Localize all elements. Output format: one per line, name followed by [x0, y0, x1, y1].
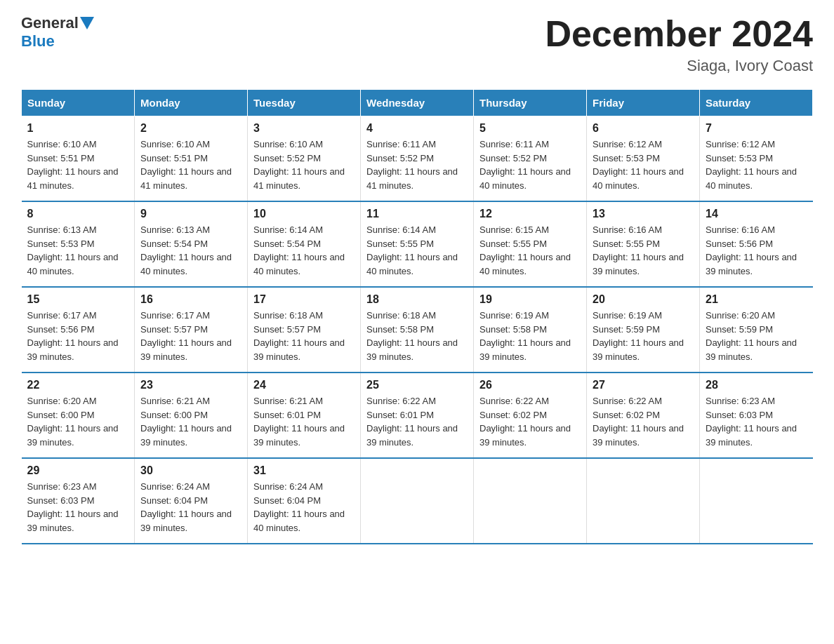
sunset-label: Sunset: 6:03 PM [706, 410, 773, 420]
day-of-week-header: Sunday [22, 90, 135, 116]
sunrise-label: Sunrise: 6:17 AM [27, 310, 97, 321]
daylight-label: Daylight: 11 hours and 39 minutes. [27, 337, 119, 362]
day-number: 14 [706, 208, 807, 220]
calendar-cell: 6 Sunrise: 6:12 AM Sunset: 5:53 PM Dayli… [587, 116, 700, 202]
day-info: Sunrise: 6:22 AM Sunset: 6:01 PM Dayligh… [366, 394, 468, 449]
calendar-cell: 23 Sunrise: 6:21 AM Sunset: 6:00 PM Dayl… [135, 373, 248, 458]
sunset-label: Sunset: 5:55 PM [479, 239, 547, 249]
calendar-cell: 24 Sunrise: 6:21 AM Sunset: 6:01 PM Dayl… [248, 373, 361, 458]
daylight-label: Daylight: 11 hours and 39 minutes. [27, 423, 119, 448]
day-number: 16 [140, 293, 241, 306]
sunset-label: Sunset: 5:57 PM [253, 324, 321, 335]
calendar-header-row: SundayMondayTuesdayWednesdayThursdayFrid… [22, 90, 813, 116]
day-number: 6 [593, 122, 694, 135]
daylight-label: Daylight: 11 hours and 39 minutes. [593, 252, 684, 276]
daylight-label: Daylight: 11 hours and 40 minutes. [253, 252, 345, 276]
title-block: December 2024 Siaga, Ivory Coast [545, 14, 813, 75]
day-info: Sunrise: 6:21 AM Sunset: 6:01 PM Dayligh… [253, 394, 355, 449]
daylight-label: Daylight: 11 hours and 39 minutes. [366, 423, 458, 448]
day-number: 10 [253, 208, 355, 220]
day-number: 21 [706, 293, 807, 306]
day-info: Sunrise: 6:18 AM Sunset: 5:58 PM Dayligh… [366, 309, 468, 363]
day-number: 15 [27, 293, 129, 306]
sunrise-label: Sunrise: 6:10 AM [253, 139, 323, 149]
calendar-cell: 25 Sunrise: 6:22 AM Sunset: 6:01 PM Dayl… [361, 373, 474, 458]
sunrise-label: Sunrise: 6:22 AM [593, 396, 662, 406]
sunrise-label: Sunrise: 6:10 AM [27, 139, 97, 149]
calendar-cell [361, 458, 474, 544]
calendar-cell: 21 Sunrise: 6:20 AM Sunset: 5:59 PM Dayl… [700, 287, 813, 373]
day-number: 8 [27, 208, 129, 220]
daylight-label: Daylight: 11 hours and 39 minutes. [479, 423, 571, 448]
day-info: Sunrise: 6:22 AM Sunset: 6:02 PM Dayligh… [479, 394, 581, 449]
daylight-label: Daylight: 11 hours and 39 minutes. [706, 252, 797, 276]
sunset-label: Sunset: 5:58 PM [479, 324, 547, 335]
sunrise-label: Sunrise: 6:18 AM [366, 310, 436, 321]
sunset-label: Sunset: 5:59 PM [706, 324, 773, 335]
day-info: Sunrise: 6:20 AM Sunset: 5:59 PM Dayligh… [706, 309, 807, 363]
calendar-week-row: 1 Sunrise: 6:10 AM Sunset: 5:51 PM Dayli… [22, 116, 813, 202]
sunrise-label: Sunrise: 6:23 AM [706, 396, 775, 406]
sunrise-label: Sunrise: 6:19 AM [593, 310, 662, 321]
day-number: 20 [593, 293, 694, 306]
calendar-cell: 22 Sunrise: 6:20 AM Sunset: 6:00 PM Dayl… [22, 373, 135, 458]
day-number: 2 [140, 122, 241, 135]
day-info: Sunrise: 6:21 AM Sunset: 6:00 PM Dayligh… [140, 394, 241, 449]
calendar-cell: 30 Sunrise: 6:24 AM Sunset: 6:04 PM Dayl… [135, 458, 248, 544]
day-of-week-header: Monday [135, 90, 248, 116]
sunrise-label: Sunrise: 6:14 AM [253, 224, 323, 235]
sunset-label: Sunset: 5:51 PM [27, 153, 95, 163]
day-number: 28 [706, 379, 807, 391]
sunset-label: Sunset: 6:00 PM [140, 410, 208, 420]
calendar-cell: 10 Sunrise: 6:14 AM Sunset: 5:54 PM Dayl… [248, 201, 361, 287]
day-info: Sunrise: 6:15 AM Sunset: 5:55 PM Dayligh… [479, 223, 581, 278]
calendar-week-row: 8 Sunrise: 6:13 AM Sunset: 5:53 PM Dayli… [22, 201, 813, 287]
day-number: 4 [366, 122, 468, 135]
calendar-cell: 11 Sunrise: 6:14 AM Sunset: 5:55 PM Dayl… [361, 201, 474, 287]
daylight-label: Daylight: 11 hours and 39 minutes. [366, 337, 458, 362]
sunrise-label: Sunrise: 6:13 AM [27, 224, 97, 235]
day-info: Sunrise: 6:23 AM Sunset: 6:03 PM Dayligh… [706, 394, 807, 449]
daylight-label: Daylight: 11 hours and 39 minutes. [140, 337, 232, 362]
calendar-cell: 7 Sunrise: 6:12 AM Sunset: 5:53 PM Dayli… [700, 116, 813, 202]
daylight-label: Daylight: 11 hours and 40 minutes. [27, 252, 119, 276]
sunrise-label: Sunrise: 6:22 AM [366, 396, 436, 406]
day-info: Sunrise: 6:14 AM Sunset: 5:54 PM Dayligh… [253, 223, 355, 278]
day-info: Sunrise: 6:11 AM Sunset: 5:52 PM Dayligh… [366, 137, 468, 192]
calendar-cell: 28 Sunrise: 6:23 AM Sunset: 6:03 PM Dayl… [700, 373, 813, 458]
day-number: 13 [593, 208, 694, 220]
daylight-label: Daylight: 11 hours and 41 minutes. [140, 166, 232, 191]
sunrise-label: Sunrise: 6:15 AM [479, 224, 549, 235]
calendar-cell: 12 Sunrise: 6:15 AM Sunset: 5:55 PM Dayl… [474, 201, 587, 287]
sunrise-label: Sunrise: 6:17 AM [140, 310, 210, 321]
page-header: General Blue December 2024 Siaga, Ivory … [21, 14, 813, 75]
sunset-label: Sunset: 5:57 PM [140, 324, 208, 335]
calendar-cell: 9 Sunrise: 6:13 AM Sunset: 5:54 PM Dayli… [135, 201, 248, 287]
calendar-cell: 4 Sunrise: 6:11 AM Sunset: 5:52 PM Dayli… [361, 116, 474, 202]
daylight-label: Daylight: 11 hours and 40 minutes. [253, 509, 345, 533]
calendar-cell: 3 Sunrise: 6:10 AM Sunset: 5:52 PM Dayli… [248, 116, 361, 202]
day-of-week-header: Friday [587, 90, 700, 116]
calendar-cell [587, 458, 700, 544]
sunrise-label: Sunrise: 6:13 AM [140, 224, 210, 235]
calendar-week-row: 22 Sunrise: 6:20 AM Sunset: 6:00 PM Dayl… [22, 373, 813, 458]
day-number: 29 [27, 464, 129, 477]
sunset-label: Sunset: 6:04 PM [253, 495, 321, 506]
day-info: Sunrise: 6:23 AM Sunset: 6:03 PM Dayligh… [27, 480, 129, 535]
calendar-cell: 18 Sunrise: 6:18 AM Sunset: 5:58 PM Dayl… [361, 287, 474, 373]
day-number: 23 [140, 379, 241, 391]
sunrise-label: Sunrise: 6:12 AM [706, 139, 775, 149]
logo-blue-text: Blue [21, 32, 55, 50]
sunset-label: Sunset: 5:56 PM [27, 324, 95, 335]
sunset-label: Sunset: 5:55 PM [366, 239, 434, 249]
calendar-cell: 5 Sunrise: 6:11 AM Sunset: 5:52 PM Dayli… [474, 116, 587, 202]
daylight-label: Daylight: 11 hours and 41 minutes. [27, 166, 119, 191]
sunset-label: Sunset: 6:01 PM [253, 410, 321, 420]
day-number: 24 [253, 379, 355, 391]
day-of-week-header: Wednesday [361, 90, 474, 116]
logo: General Blue [21, 14, 95, 51]
page-title: December 2024 [545, 14, 813, 54]
day-info: Sunrise: 6:18 AM Sunset: 5:57 PM Dayligh… [253, 309, 355, 363]
daylight-label: Daylight: 11 hours and 39 minutes. [706, 423, 797, 448]
daylight-label: Daylight: 11 hours and 39 minutes. [140, 423, 232, 448]
